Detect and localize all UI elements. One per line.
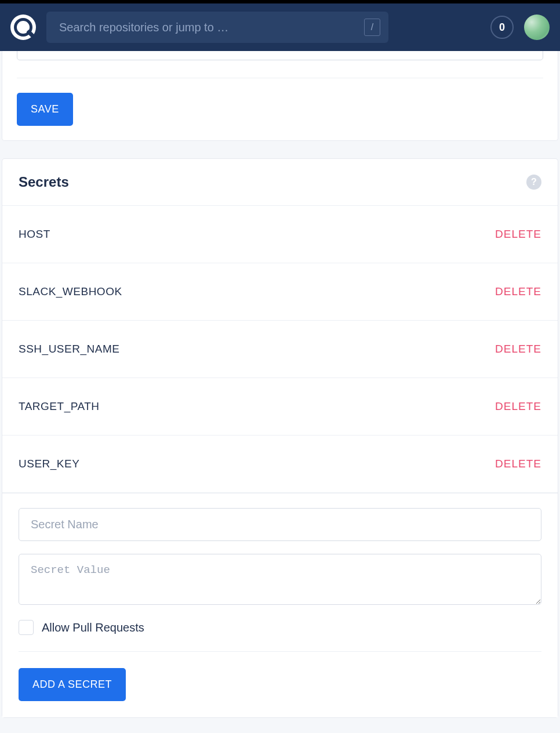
secrets-header: Secrets ?: [2, 159, 558, 206]
delete-secret-button[interactable]: DELETE: [495, 228, 541, 241]
delete-secret-button[interactable]: DELETE: [495, 343, 541, 355]
secret-name: TARGET_PATH: [19, 400, 100, 413]
search-bar[interactable]: /: [46, 12, 388, 43]
slash-key-hint-icon: /: [364, 19, 380, 36]
secrets-card: Secrets ? HOSTDELETESLACK_WEBHOOKDELETES…: [2, 158, 558, 718]
secret-value-textarea[interactable]: [19, 554, 541, 605]
notification-count-badge[interactable]: 0: [490, 16, 514, 39]
secret-name: SSH_USER_NAME: [19, 343, 119, 355]
add-secret-button[interactable]: ADD A SECRET: [19, 668, 126, 701]
topbar: / 0: [0, 3, 560, 51]
topbar-container: / 0: [0, 0, 560, 51]
secret-row: USER_KEYDELETE: [2, 436, 558, 493]
config-filename-input[interactable]: .drone.yml: [17, 51, 543, 60]
secret-name: SLACK_WEBHOOK: [19, 285, 122, 298]
config-card: .drone.yml SAVE: [2, 51, 558, 141]
secret-row: HOSTDELETE: [2, 206, 558, 263]
secret-row: SSH_USER_NAMEDELETE: [2, 321, 558, 378]
delete-secret-button[interactable]: DELETE: [495, 285, 541, 298]
secret-name-input[interactable]: [19, 508, 541, 541]
secrets-list: HOSTDELETESLACK_WEBHOOKDELETESSH_USER_NA…: [2, 206, 558, 493]
divider: [17, 78, 543, 78]
search-input[interactable]: [59, 21, 364, 34]
drone-logo-icon[interactable]: [10, 14, 36, 40]
allow-pull-requests-label: Allow Pull Requests: [42, 621, 144, 634]
secrets-title: Secrets: [19, 174, 69, 190]
allow-pull-requests-row: Allow Pull Requests: [19, 620, 541, 652]
allow-pull-requests-checkbox[interactable]: [19, 620, 34, 635]
secret-name: HOST: [19, 228, 50, 241]
page-body: .drone.yml SAVE Secrets ? HOSTDELETESLAC…: [0, 51, 560, 733]
secret-row: SLACK_WEBHOOKDELETE: [2, 263, 558, 321]
avatar[interactable]: [524, 14, 550, 40]
secret-name: USER_KEY: [19, 458, 79, 470]
delete-secret-button[interactable]: DELETE: [495, 458, 541, 470]
secret-row: TARGET_PATHDELETE: [2, 378, 558, 436]
save-button[interactable]: SAVE: [17, 93, 73, 126]
delete-secret-button[interactable]: DELETE: [495, 400, 541, 413]
secret-form: Allow Pull Requests ADD A SECRET: [2, 493, 558, 717]
help-icon[interactable]: ?: [526, 175, 541, 190]
